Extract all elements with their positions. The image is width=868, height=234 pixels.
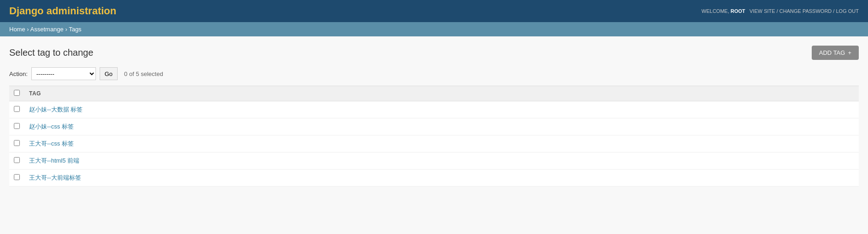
row-checkbox-cell: [9, 152, 24, 170]
tag-cell: 赵小妹--css 标签: [24, 118, 859, 135]
row-checkbox[interactable]: [14, 140, 20, 146]
tag-column-header: TAG: [24, 86, 859, 101]
plus-icon: +: [848, 49, 851, 56]
content-header: Select tag to change ADD TAG +: [9, 46, 859, 60]
log-out-link[interactable]: LOG OUT: [836, 8, 859, 14]
brand-link[interactable]: Django administration: [9, 5, 116, 17]
tag-cell: 王大哥--html5 前端: [24, 152, 859, 170]
action-select[interactable]: ---------: [31, 67, 96, 80]
table-row: 王大哥--css 标签: [9, 135, 859, 152]
tag-link[interactable]: 赵小妹--大数据 标签: [29, 106, 83, 113]
breadcrumb-home[interactable]: Home: [9, 26, 25, 33]
row-checkbox-cell: [9, 170, 24, 187]
table-body: 赵小妹--大数据 标签赵小妹--css 标签王大哥--css 标签王大哥--ht…: [9, 101, 859, 187]
username: ROOT: [731, 8, 745, 14]
table-row: 赵小妹--大数据 标签: [9, 101, 859, 118]
page-title: Select tag to change: [9, 47, 93, 58]
row-checkbox-cell: [9, 118, 24, 135]
select-all-checkbox[interactable]: [14, 90, 20, 96]
view-site-link[interactable]: VIEW SITE: [749, 8, 775, 14]
site-branding: Django administration: [9, 5, 116, 17]
welcome-text: WELCOME,: [702, 8, 729, 14]
table-header: TAG: [9, 86, 859, 101]
tag-link[interactable]: 王大哥--大前端标签: [29, 174, 81, 181]
change-password-link[interactable]: CHANGE PASSWORD: [779, 8, 832, 14]
tag-cell: 赵小妹--大数据 标签: [24, 101, 859, 118]
selected-count: 0 of 5 selected: [124, 70, 163, 77]
add-tag-button[interactable]: ADD TAG +: [812, 46, 859, 60]
table-row: 王大哥--大前端标签: [9, 170, 859, 187]
tag-link[interactable]: 赵小妹--css 标签: [29, 123, 74, 130]
action-label: Action:: [9, 70, 28, 77]
add-tag-label: ADD TAG: [819, 49, 845, 56]
row-checkbox-cell: [9, 135, 24, 152]
breadcrumb: Home › Assetmange › Tags: [0, 22, 868, 36]
select-all-header[interactable]: [9, 86, 24, 101]
tag-cell: 王大哥--大前端标签: [24, 170, 859, 187]
user-tools: WELCOME, ROOT VIEW SITE / CHANGE PASSWOR…: [702, 8, 859, 14]
row-checkbox[interactable]: [14, 157, 20, 163]
tag-cell: 王大哥--css 标签: [24, 135, 859, 152]
results-table: TAG 赵小妹--大数据 标签赵小妹--css 标签王大哥--css 标签王大哥…: [9, 86, 859, 187]
action-bar: Action: --------- Go 0 of 5 selected: [9, 67, 859, 80]
go-button[interactable]: Go: [100, 67, 118, 80]
header: Django administration WELCOME, ROOT VIEW…: [0, 0, 868, 22]
row-checkbox[interactable]: [14, 123, 20, 129]
row-checkbox-cell: [9, 101, 24, 118]
table-row: 王大哥--html5 前端: [9, 152, 859, 170]
row-checkbox[interactable]: [14, 174, 20, 180]
row-checkbox[interactable]: [14, 106, 20, 112]
tag-link[interactable]: 王大哥--css 标签: [29, 140, 74, 147]
main-content: Select tag to change ADD TAG + Action: -…: [0, 36, 868, 221]
table-row: 赵小妹--css 标签: [9, 118, 859, 135]
breadcrumb-current: Tags: [69, 26, 81, 33]
tag-link[interactable]: 王大哥--html5 前端: [29, 157, 79, 164]
breadcrumb-app[interactable]: Assetmange: [30, 26, 64, 33]
